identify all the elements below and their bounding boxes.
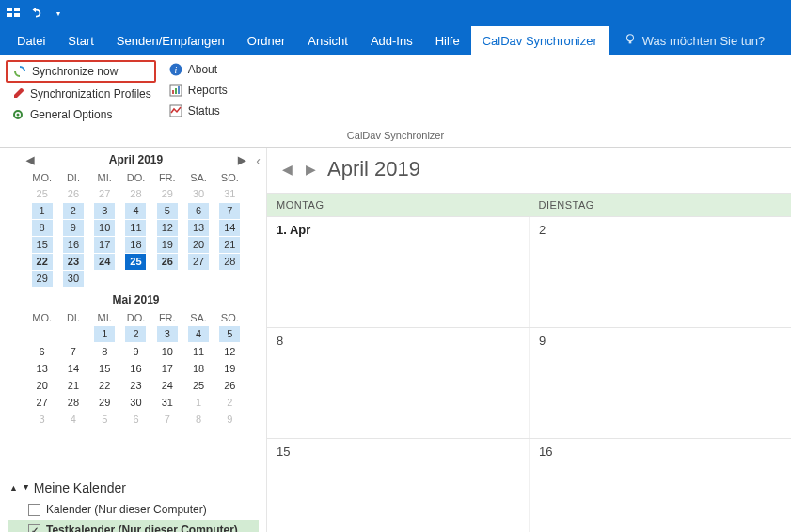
minical-day[interactable]: 3: [89, 202, 120, 219]
minical-day[interactable]: 2: [214, 394, 245, 411]
minical-day[interactable]: 26: [214, 377, 245, 394]
minical-day[interactable]: 24: [151, 377, 182, 394]
minical-day[interactable]: 27: [182, 253, 214, 270]
minical-day[interactable]: 17: [151, 360, 182, 377]
minical-day[interactable]: 27: [89, 185, 120, 202]
minical-day[interactable]: 16: [120, 360, 151, 377]
minical-day[interactable]: 19: [214, 360, 245, 377]
minical-day[interactable]: 2: [120, 325, 151, 343]
minical-day[interactable]: 10: [151, 343, 182, 360]
next-period-icon[interactable]: ▶: [304, 162, 318, 177]
minical-day[interactable]: 1: [26, 202, 57, 219]
tab-ansicht[interactable]: Ansicht: [296, 26, 359, 55]
tab-caldav-synchronizer[interactable]: CalDav Synchronizer: [471, 26, 609, 55]
minical-day[interactable]: 24: [89, 253, 120, 270]
minical-day[interactable]: 18: [120, 236, 151, 253]
minical-day[interactable]: 31: [214, 185, 245, 202]
minical-day[interactable]: 11: [182, 343, 214, 360]
minical-day[interactable]: 19: [151, 236, 182, 253]
minical-day[interactable]: 22: [26, 253, 57, 270]
minical-day[interactable]: 30: [120, 394, 151, 411]
tell-me-search[interactable]: Was möchten Sie tun?: [609, 26, 765, 55]
minical-day[interactable]: 28: [214, 253, 245, 270]
minical-day[interactable]: 4: [120, 202, 151, 219]
minical-prev-icon[interactable]: ◀: [26, 154, 34, 166]
minical-day[interactable]: 20: [26, 377, 57, 394]
calendar-group-header[interactable]: ▲ ▲ Meine Kalender: [8, 477, 259, 499]
minical-day[interactable]: 5: [214, 325, 245, 343]
calendar-list-item[interactable]: Kalender (Nur dieser Computer): [8, 499, 259, 520]
tab-start[interactable]: Start: [56, 26, 104, 55]
minical-day[interactable]: 5: [151, 202, 182, 219]
minical-day[interactable]: 7: [57, 343, 88, 360]
minical-day[interactable]: 26: [57, 185, 88, 202]
minical-day[interactable]: 10: [89, 219, 120, 236]
minical-day[interactable]: 31: [151, 394, 182, 411]
minical-day[interactable]: 6: [26, 343, 57, 360]
tab-add-ins[interactable]: Add-Ins: [359, 26, 424, 55]
minical-day[interactable]: 9: [57, 219, 88, 236]
minical-day[interactable]: 25: [26, 185, 57, 202]
minical-day[interactable]: 12: [214, 343, 245, 360]
day-cell[interactable]: 15: [267, 439, 530, 532]
minical-next-icon[interactable]: ▶: [238, 154, 245, 166]
day-cell[interactable]: 8: [267, 328, 530, 438]
tab-senden-empfangen[interactable]: Senden/Empfangen: [105, 26, 236, 55]
minical-day[interactable]: 4: [57, 411, 88, 428]
undo-icon[interactable]: [28, 6, 43, 21]
minical-day[interactable]: 3: [151, 325, 182, 343]
minical-day[interactable]: 28: [120, 185, 151, 202]
minical-day[interactable]: 16: [57, 236, 88, 253]
minical-day[interactable]: 26: [151, 253, 182, 270]
minical-day[interactable]: 8: [26, 219, 57, 236]
day-cell[interactable]: 1. Apr: [267, 217, 530, 327]
minical-day[interactable]: 20: [182, 236, 214, 253]
day-cell[interactable]: 16: [530, 439, 791, 532]
minical-day[interactable]: 8: [182, 411, 214, 428]
minical-day[interactable]: 23: [57, 253, 88, 270]
collapse-sidebar-icon[interactable]: ‹: [256, 153, 261, 168]
minical-day[interactable]: 5: [89, 411, 120, 428]
minical-day[interactable]: 11: [120, 219, 151, 236]
minical-day[interactable]: 17: [89, 236, 120, 253]
minical-day[interactable]: 2: [57, 202, 88, 219]
minical-day[interactable]: 18: [182, 360, 214, 377]
minical-day[interactable]: 21: [57, 377, 88, 394]
general-options-button[interactable]: General Options: [6, 105, 156, 124]
minical-day[interactable]: 29: [151, 185, 182, 202]
minical-day[interactable]: 29: [26, 270, 57, 288]
minical-day[interactable]: 14: [57, 360, 88, 377]
tab-hilfe[interactable]: Hilfe: [424, 26, 471, 55]
status-button[interactable]: Status: [164, 102, 232, 120]
minical-day[interactable]: 6: [120, 411, 151, 428]
minical-day[interactable]: 7: [151, 411, 182, 428]
minical-day[interactable]: 15: [89, 360, 120, 377]
prev-period-icon[interactable]: ◀: [280, 162, 294, 177]
minical-day[interactable]: 9: [120, 343, 151, 360]
day-cell[interactable]: 9: [530, 328, 791, 438]
minical-day[interactable]: 23: [120, 377, 151, 394]
minical-day[interactable]: 4: [182, 325, 214, 343]
synchronize-now-button[interactable]: Synchronize now: [6, 60, 156, 83]
minical-day[interactable]: 8: [89, 343, 120, 360]
minical-day[interactable]: 30: [182, 185, 214, 202]
minical-day[interactable]: 1: [89, 325, 120, 343]
minical-day[interactable]: 27: [26, 394, 57, 411]
minical-day[interactable]: 1: [182, 394, 214, 411]
checkbox-icon[interactable]: [28, 504, 40, 516]
synchronization-profiles-button[interactable]: Synchronization Profiles: [6, 85, 156, 103]
minical-day[interactable]: 25: [120, 253, 151, 270]
minical-day[interactable]: 28: [57, 394, 88, 411]
checkbox-icon[interactable]: ✓: [28, 524, 40, 533]
minical-day[interactable]: 29: [89, 394, 120, 411]
minical-day[interactable]: 15: [26, 236, 57, 253]
minical-day[interactable]: 13: [182, 219, 214, 236]
minical-day[interactable]: 3: [26, 411, 57, 428]
minical-day[interactable]: 13: [26, 360, 57, 377]
tab-datei[interactable]: Datei: [6, 26, 56, 55]
minical-day[interactable]: 25: [182, 377, 214, 394]
day-cell[interactable]: 2: [530, 217, 791, 327]
minical-day[interactable]: 12: [151, 219, 182, 236]
tab-ordner[interactable]: Ordner: [236, 26, 296, 55]
reports-button[interactable]: Reports: [164, 81, 232, 100]
